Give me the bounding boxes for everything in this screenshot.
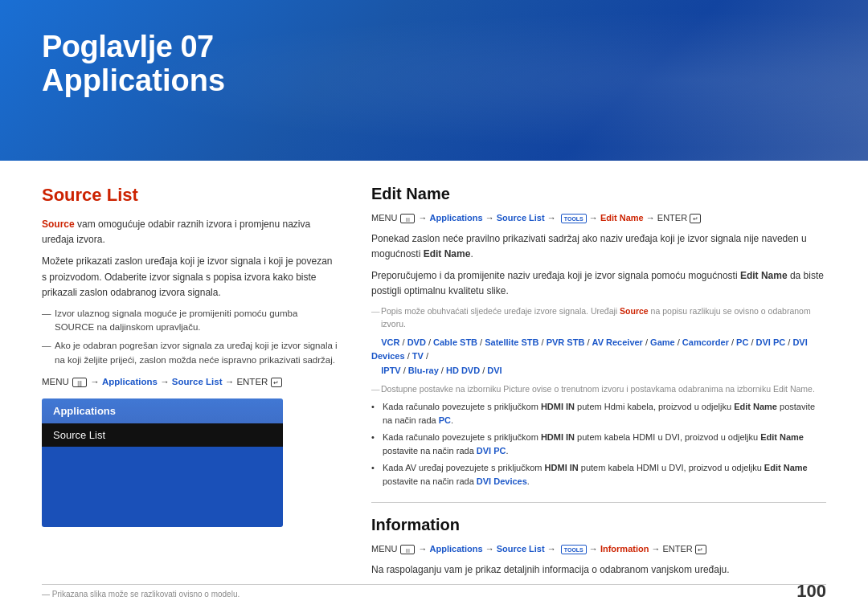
information-menu-path: MENU ||| → Applications → Source List → … [371,542,826,556]
edit-name-para2: Preporučujemo i da promijenite naziv ure… [371,268,826,299]
dash-item-1: Izvor ulaznog signala moguće je promijen… [42,307,339,335]
bullet-item-2: Kada računalo povezujete s priključkom H… [371,431,826,457]
chapter-title: Poglavlje 07 [42,31,225,64]
bullet-item-3: Kada AV uređaj povezujete s priključkom … [371,461,826,488]
source-list-title: Source List [42,185,339,206]
header-title-block: Poglavlje 07 Applications [42,31,225,98]
edit-name-menu-path: MENU ||| → Applications → Source List → … [371,211,826,225]
information-section: Information MENU ||| → Applications → So… [371,502,826,578]
edit-name-para1: Ponekad zaslon neće pravilno prikazivati… [371,231,826,262]
dash-item-2: Ako je odabran pogrešan izvor signala za… [42,339,339,367]
device-list: VCR / DVD / Cable STB / Satellite STB / … [371,336,826,378]
source-menu-path: MENU ||| → Applications → Source List → … [42,375,339,389]
tv-menu-header: Applications [42,398,283,423]
note-gray-2: Dostupne postavke na izborniku Picture o… [371,383,826,396]
main-content: Source List Source vam omogućuje odabir … [0,169,868,613]
source-para2: Možete prikazati zaslon uređaja koji je … [42,254,339,300]
tv-screenshot: Applications Source List [42,398,283,527]
information-title: Information [371,516,826,534]
source-para1: Source vam omogućuje odabir raznih izvor… [42,217,339,247]
source-bold: Source [42,219,75,230]
footer-note: Prikazana slika može se razlikovati ovis… [42,590,240,599]
left-column: Source List Source vam omogućuje odabir … [42,185,339,597]
page-title: Applications [42,64,225,98]
header-banner: Poglavlje 07 Applications [0,0,868,161]
footer: Prikazana slika može se razlikovati ovis… [42,584,826,599]
right-column: Edit Name MENU ||| → Applications → Sour… [371,185,826,597]
tv-menu-item-sourcelist: Source List [42,423,283,447]
edit-name-title: Edit Name [371,185,826,203]
note-gray-1: Popis može obuhvaćati sljedeće uređaje i… [371,305,826,331]
edit-name-section: Edit Name MENU ||| → Applications → Sour… [371,185,826,488]
section-divider [371,502,826,503]
information-para: Na raspolaganju vam je prikaz detaljnih … [371,562,826,578]
bullet-item-1: Kada računalo povezujete s priključkom H… [371,400,826,427]
page-number: 100 [796,581,826,602]
